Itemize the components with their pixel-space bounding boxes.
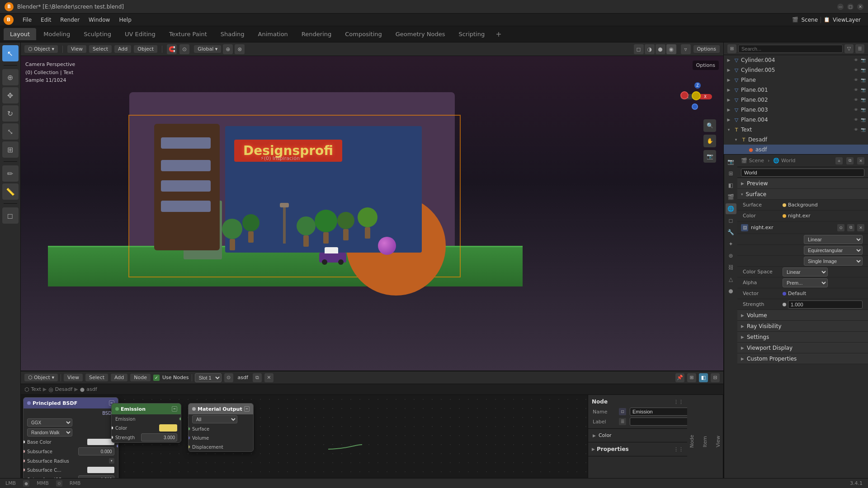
strength-socket[interactable] (111, 435, 114, 440)
node-toolbar[interactable]: ⊟ (711, 373, 720, 382)
ne-select-menu[interactable]: Select (85, 374, 108, 381)
ray-visibility-section[interactable]: ▶ Ray Visibility (737, 321, 868, 332)
outliner-row-plane[interactable]: ▶ ▽ Plane 👁 📷 (724, 75, 868, 85)
pi-modifier[interactable]: 🔧 (726, 227, 736, 238)
tab-geometry-nodes[interactable]: Geometry Nodes (389, 28, 452, 40)
ol-render-btn-4[interactable]: 📷 (860, 87, 866, 93)
tab-sculpting[interactable]: Sculpting (77, 28, 118, 40)
ol-render-btn-6[interactable]: 📷 (860, 107, 866, 113)
use-nodes-label[interactable]: Use Nodes (162, 375, 189, 380)
viewport-display-section[interactable]: ▶ Viewport Display (737, 343, 868, 353)
emission-strength-input[interactable] (141, 433, 177, 441)
ol-render-btn[interactable]: 📷 (860, 57, 866, 63)
displacement-socket[interactable] (188, 445, 191, 449)
transform-orientation[interactable]: Global ▾ (194, 45, 221, 53)
camera-btn[interactable]: 📷 (703, 150, 716, 163)
ol-render-btn-5[interactable]: 📷 (860, 97, 866, 103)
object-menu[interactable]: Object (134, 45, 157, 53)
viewport-shading-wireframe[interactable]: ◻ (634, 44, 644, 54)
copy-world-btn[interactable]: ⧉ (846, 157, 854, 164)
ol-view-btn[interactable]: 👁 (853, 57, 859, 63)
tool-select[interactable]: ↖ (2, 45, 19, 61)
ol-expand-text[interactable]: ▾ (726, 127, 732, 133)
close-button[interactable]: ✕ (857, 4, 863, 10)
zoom-in-btn[interactable]: 🔍 (703, 119, 716, 132)
pi-material[interactable]: ● (726, 286, 736, 296)
pi-world[interactable]: 🌐 (726, 203, 736, 214)
ol-expand-cylinder004[interactable]: ▶ (726, 57, 732, 63)
subsurface-radius-socket[interactable] (23, 459, 26, 463)
tool-measure[interactable]: 📏 (2, 183, 19, 200)
surface-socket[interactable] (188, 427, 191, 431)
bc-asdf[interactable]: asdf (86, 386, 97, 392)
tool-rotate[interactable]: ↻ (2, 105, 19, 122)
ol-expand-plane[interactable]: ▶ (726, 77, 732, 83)
viewport-shading-solid[interactable]: ◑ (645, 44, 655, 54)
copy-material[interactable]: ⧉ (253, 373, 262, 382)
mat-out-select[interactable]: All (192, 415, 237, 423)
ol-view-btn-8[interactable]: 👁 (853, 127, 859, 133)
outliner[interactable]: ▶ ▽ Cylinder.004 👁 📷 ▶ ▽ Cylinder.005 👁 … (724, 55, 868, 155)
viewport-shading-lookdev[interactable]: ● (656, 44, 665, 54)
ne-add-menu[interactable]: Add (111, 374, 127, 381)
outliner-row-plane004[interactable]: ▶ ▽ Plane.004 👁 📷 (724, 115, 868, 125)
vert-tab-node[interactable]: Node (689, 435, 695, 448)
new-material[interactable]: ✕ (264, 373, 274, 382)
vert-tab-view[interactable]: View (715, 436, 721, 447)
mat-out-collapse-btn[interactable]: − (244, 406, 250, 412)
tab-shading[interactable]: Shading (214, 28, 251, 40)
proportional-edit[interactable]: ⊙ (179, 44, 189, 54)
ol-view-btn-7[interactable]: 👁 (853, 117, 859, 123)
tool-cursor[interactable]: ⊕ (2, 69, 19, 85)
pi-physics[interactable]: ⊛ (726, 250, 736, 261)
vert-tab-item[interactable]: Item (702, 436, 708, 447)
custom-props-section[interactable]: ▶ Custom Properties (737, 353, 868, 364)
bc-text[interactable]: Text (31, 386, 41, 392)
snap-toggle[interactable]: 🧲 (167, 44, 177, 54)
outliner-row-plane003[interactable]: ▶ ▽ Plane.003 👁 📷 (724, 105, 868, 115)
ol-view-btn-5[interactable]: 👁 (853, 97, 859, 103)
world-name-input[interactable] (741, 169, 864, 177)
pi-view-layer[interactable]: ◧ (726, 180, 736, 191)
node-sidebar[interactable]: ◧ (699, 373, 708, 382)
properties-menu[interactable]: ⋮⋮ (674, 446, 684, 452)
scene-selector[interactable]: 🎬 Scene (741, 158, 764, 164)
pi-constraints[interactable]: ⛓ (726, 262, 736, 273)
ol-expand-plane003[interactable]: ▶ (726, 107, 732, 113)
pi-render[interactable]: 📷 (726, 156, 736, 167)
view-menu[interactable]: View (67, 45, 86, 53)
viewport-3d[interactable]: Designsprofi ⚡(0) Inspiración (21, 56, 723, 371)
emission-out-socket[interactable] (179, 417, 181, 421)
subsurface-socket[interactable] (23, 449, 26, 454)
color-expand[interactable]: ▶ Color (588, 431, 687, 440)
tab-animation[interactable]: Animation (252, 28, 294, 40)
options-button[interactable]: Options (693, 45, 720, 53)
subsurface-input[interactable] (78, 447, 114, 455)
ol-render-btn-8[interactable]: 📷 (860, 127, 866, 133)
tab-uv-editing[interactable]: UV Editing (118, 28, 162, 40)
image-copy[interactable]: ⧉ (847, 224, 854, 231)
outliner-row-cylinder005[interactable]: ▶ ▽ Cylinder.005 👁 📷 (724, 65, 868, 75)
menu-file[interactable]: File (19, 16, 35, 24)
viewport-shading-rendered[interactable]: ◉ (666, 44, 676, 54)
navigation-gizmo[interactable]: Z X X (678, 79, 714, 115)
pi-output[interactable]: ⊞ (726, 168, 736, 179)
tab-scripting[interactable]: Scripting (452, 28, 491, 40)
subsurface-c-swatch[interactable] (87, 467, 114, 473)
outliner-row-text[interactable]: ▾ T Text 👁 📷 (724, 125, 868, 135)
ol-expand-asdf[interactable] (740, 146, 746, 153)
node-pin[interactable]: 📌 (675, 373, 684, 382)
projection-select[interactable]: Equirectangular Mirror Ball (804, 246, 863, 255)
tool-transform[interactable]: ⊞ (2, 141, 19, 158)
node-canvas[interactable]: Principled BSDF − BSDF GGX (21, 395, 588, 488)
tool-add[interactable]: ◻ (2, 207, 19, 224)
ne-view-menu[interactable]: View (64, 374, 83, 381)
base-color-swatch[interactable] (87, 439, 114, 445)
pivot-point[interactable]: ⊕ (223, 44, 233, 54)
colorspace-select[interactable]: Linear sRGB (783, 267, 828, 277)
world-selector[interactable]: 🌐 World (773, 158, 795, 164)
use-nodes-checkbox[interactable]: ✓ (153, 375, 160, 381)
image-delete[interactable]: ✕ (857, 224, 864, 231)
outliner-row-asdf[interactable]: ● asdf (724, 145, 868, 155)
ol-expand-cylinder005[interactable]: ▶ (726, 67, 732, 73)
